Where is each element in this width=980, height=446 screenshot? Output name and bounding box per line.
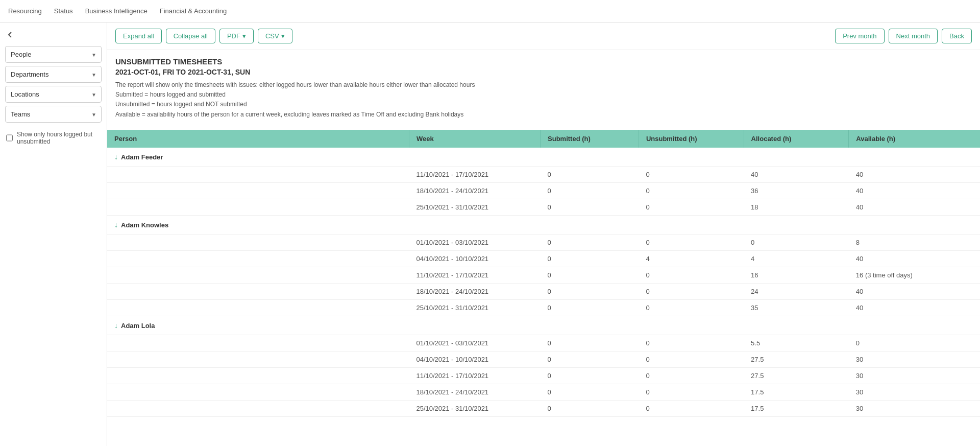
cell-available: 40 [849, 299, 980, 316]
cell-allocated: 27.5 [744, 367, 849, 384]
cell-available: 30 [849, 400, 980, 416]
nav-business-intelligence[interactable]: Business Intelligence [85, 1, 148, 21]
cell-allocated: 17.5 [744, 400, 849, 416]
cell-unsubmitted: 0 [639, 199, 744, 215]
teams-filter[interactable]: Teams [5, 106, 102, 123]
cell-week: 01/10/2021 - 03/10/2021 [409, 234, 540, 250]
locations-filter[interactable]: Locations [5, 86, 102, 103]
cell-submitted: 0 [541, 267, 639, 283]
cell-unsubmitted: 4 [639, 250, 744, 267]
toolbar-right: Prev month Next month Back [835, 29, 972, 43]
cell-allocated: 0 [744, 234, 849, 250]
cell-submitted: 0 [541, 335, 639, 351]
table-row: 18/10/2021 - 24/10/2021 0 0 17.5 30 [107, 384, 980, 400]
expand-all-button[interactable]: Expand all [115, 29, 162, 43]
teams-select[interactable]: Teams [5, 106, 102, 123]
table-row: 04/10/2021 - 10/10/2021 0 4 4 40 [107, 250, 980, 267]
table-row: 18/10/2021 - 24/10/2021 0 0 36 40 [107, 182, 980, 199]
table-row: 11/10/2021 - 17/10/2021 0 0 40 40 [107, 166, 980, 182]
person-expand-icon: ↓ [114, 321, 118, 330]
desc-line-1: The report will show only the timesheets… [115, 80, 972, 90]
csv-dropdown-icon: ▾ [281, 32, 285, 40]
report-description: The report will show only the timesheets… [115, 80, 972, 120]
cell-week: 04/10/2021 - 10/10/2021 [409, 250, 540, 267]
desc-line-4: Available = availability hours of the pe… [115, 110, 972, 120]
people-filter[interactable]: People [5, 46, 102, 63]
cell-unsubmitted: 0 [639, 299, 744, 316]
col-header-available: Available (h) [849, 130, 980, 148]
table-row: 04/10/2021 - 10/10/2021 0 0 27.5 30 [107, 351, 980, 367]
cell-available: 40 [849, 283, 980, 299]
person-name: Adam Feeder [121, 153, 163, 161]
back-button-toolbar[interactable]: Back [942, 29, 972, 43]
sidebar: People Departments Locations Teams Show … [0, 22, 107, 446]
unsubmitted-checkbox-text: Show only hours logged but unsubmitted [17, 131, 101, 145]
cell-person-empty [107, 384, 409, 400]
departments-select[interactable]: Departments [5, 66, 102, 83]
cell-unsubmitted: 0 [639, 335, 744, 351]
cell-submitted: 0 [541, 166, 639, 182]
cell-week: 18/10/2021 - 24/10/2021 [409, 182, 540, 199]
cell-unsubmitted: 0 [639, 400, 744, 416]
nav-status[interactable]: Status [54, 1, 73, 21]
cell-submitted: 0 [541, 367, 639, 384]
table-row: 01/10/2021 - 03/10/2021 0 0 0 8 [107, 234, 980, 250]
cell-week: 25/10/2021 - 31/10/2021 [409, 199, 540, 215]
cell-submitted: 0 [541, 400, 639, 416]
cell-unsubmitted: 0 [639, 182, 744, 199]
cell-allocated: 16 [744, 267, 849, 283]
nav-resourcing[interactable]: Resourcing [8, 1, 42, 21]
back-button[interactable] [0, 27, 107, 43]
cell-person-empty [107, 299, 409, 316]
report-date: 2021-OCT-01, FRI TO 2021-OCT-31, SUN [115, 68, 972, 76]
cell-week: 25/10/2021 - 31/10/2021 [409, 299, 540, 316]
cell-unsubmitted: 0 [639, 283, 744, 299]
csv-button[interactable]: CSV ▾ [258, 29, 292, 43]
next-month-button[interactable]: Next month [889, 29, 938, 43]
pdf-button[interactable]: PDF ▾ [219, 29, 254, 43]
departments-filter[interactable]: Departments [5, 66, 102, 83]
cell-person-empty [107, 335, 409, 351]
report-title: UNSUBMITTED TIMESHEETS [115, 57, 972, 66]
table-row: 25/10/2021 - 31/10/2021 0 0 17.5 30 [107, 400, 980, 416]
col-header-week: Week [409, 130, 540, 148]
cell-week: 11/10/2021 - 17/10/2021 [409, 267, 540, 283]
cell-person-empty [107, 367, 409, 384]
cell-allocated: 35 [744, 299, 849, 316]
table-row: 11/10/2021 - 17/10/2021 0 0 27.5 30 [107, 367, 980, 384]
cell-week: 25/10/2021 - 31/10/2021 [409, 400, 540, 416]
table-row: 25/10/2021 - 31/10/2021 0 0 35 40 [107, 299, 980, 316]
cell-submitted: 0 [541, 182, 639, 199]
table-row: 01/10/2021 - 03/10/2021 0 0 5.5 0 [107, 335, 980, 351]
cell-unsubmitted: 0 [639, 384, 744, 400]
locations-select[interactable]: Locations [5, 86, 102, 103]
people-select[interactable]: People [5, 46, 102, 63]
cell-submitted: 0 [541, 384, 639, 400]
cell-available: 0 [849, 335, 980, 351]
col-header-submitted: Submitted (h) [541, 130, 639, 148]
cell-unsubmitted: 0 [639, 267, 744, 283]
cell-person-empty [107, 283, 409, 299]
top-nav: Resourcing Status Business Intelligence … [0, 0, 980, 22]
unsubmitted-checkbox[interactable] [6, 134, 13, 142]
cell-allocated: 27.5 [744, 351, 849, 367]
person-name: Adam Lola [121, 322, 155, 330]
cell-allocated: 5.5 [744, 335, 849, 351]
person-name: Adam Knowles [121, 221, 168, 229]
nav-financial-accounting[interactable]: Financial & Accounting [160, 1, 227, 21]
table-row: 25/10/2021 - 31/10/2021 0 0 18 40 [107, 199, 980, 215]
cell-available: 30 [849, 351, 980, 367]
cell-person-empty [107, 166, 409, 182]
person-expand-icon: ↓ [114, 221, 118, 229]
cell-allocated: 40 [744, 166, 849, 182]
cell-allocated: 24 [744, 283, 849, 299]
unsubmitted-checkbox-label[interactable]: Show only hours logged but unsubmitted [0, 126, 107, 150]
prev-month-button[interactable]: Prev month [835, 29, 884, 43]
cell-week: 18/10/2021 - 24/10/2021 [409, 283, 540, 299]
person-row: ↓Adam Feeder [107, 148, 980, 167]
cell-allocated: 4 [744, 250, 849, 267]
pdf-dropdown-icon: ▾ [242, 32, 246, 40]
cell-available: 40 [849, 182, 980, 199]
collapse-all-button[interactable]: Collapse all [166, 29, 215, 43]
col-header-allocated: Allocated (h) [744, 130, 849, 148]
